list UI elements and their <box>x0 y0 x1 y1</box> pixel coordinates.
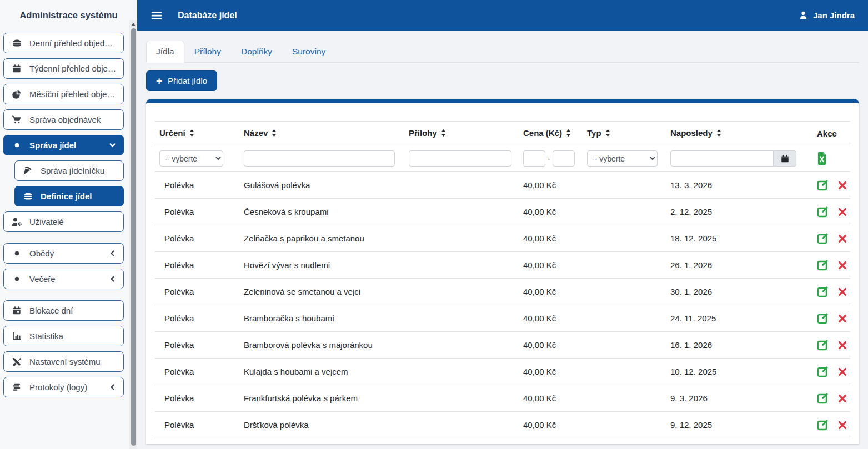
sidebar-item-label: Blokace dní <box>29 306 73 315</box>
edit-icon[interactable] <box>817 392 829 404</box>
sidebar-item-blokace-dni[interactable]: Blokace dní <box>3 300 124 321</box>
table-body: PolévkaGulášová polévka40,00 Kč13. 3. 20… <box>155 172 850 445</box>
tab-suroviny[interactable]: Suroviny <box>282 41 335 63</box>
cell-cena: 40,00 Kč <box>519 385 583 412</box>
table-card: UrčeníNázevPřílohyCena (Kč)TypNaposledyA… <box>146 99 859 444</box>
delete-icon[interactable] <box>838 367 847 376</box>
edit-icon[interactable] <box>817 259 829 271</box>
tab-jidla[interactable]: Jídla <box>146 41 184 63</box>
cell-akce <box>812 359 850 385</box>
delete-icon[interactable] <box>838 261 847 270</box>
cell-nazev: Dršťková polévka <box>239 412 404 438</box>
column-header-naposledy[interactable]: Naposledy <box>666 122 812 145</box>
cell-typ <box>583 279 666 305</box>
cell-urceni: Polévka <box>155 359 239 385</box>
sort-icon <box>716 129 721 138</box>
edit-icon[interactable] <box>817 419 829 431</box>
cell-naposledy: 28. 1. 2026 <box>666 438 812 445</box>
sidebar-item-label: Denní přehled objednávek <box>29 38 116 48</box>
filter-prilohy-input[interactable] <box>409 150 511 167</box>
column-header-urceni[interactable]: Určení <box>155 122 239 145</box>
sort-icon <box>189 129 194 138</box>
sidebar-item-sprava-jidelnicku[interactable]: Správa jídelníčku <box>14 160 124 181</box>
sidebar-item-sprava-jidel[interactable]: Správa jídel <box>3 135 124 155</box>
filter-typ-select[interactable]: -- vyberte <box>587 150 658 167</box>
sidebar-group: ObědyVečeře <box>3 243 124 289</box>
sidebar-item-vecere[interactable]: Večeře <box>3 269 124 289</box>
sidebar-item-uzivatele[interactable]: Uživatelé <box>3 211 124 232</box>
cell-akce <box>812 172 850 199</box>
sort-icon <box>566 129 571 138</box>
edit-icon[interactable] <box>817 366 829 377</box>
column-label: Určení <box>159 128 185 138</box>
delete-icon[interactable] <box>838 234 847 243</box>
datepicker-button[interactable] <box>774 150 796 167</box>
sidebar-item-label: Obědy <box>29 249 54 258</box>
filter-nazev-input[interactable] <box>244 150 395 167</box>
excel-export-icon[interactable] <box>817 152 846 165</box>
menu-icon[interactable] <box>150 9 163 22</box>
delete-icon[interactable] <box>838 314 847 323</box>
row-actions <box>817 392 846 404</box>
cell-akce <box>812 279 850 305</box>
sidebar-item-label: Nastavení systému <box>29 357 101 366</box>
sidebar-item-denni-prehled-objednavek[interactable]: Denní přehled objednávek <box>3 33 124 53</box>
filter-cena-min-input[interactable] <box>523 150 545 167</box>
sidebar-item-sprava-objednavek[interactable]: Správa objednávek <box>3 109 124 130</box>
table-row: PolévkaZelňačka s paprikou a smetanou40,… <box>155 225 850 252</box>
cart-icon <box>11 115 22 124</box>
add-food-button[interactable]: + Přidat jídlo <box>146 70 217 91</box>
cell-nazev: Zelňačka s paprikou a smetanou <box>239 225 404 252</box>
filter-urceni-select[interactable]: -- vyberte <box>159 150 223 167</box>
cell-naposledy: 16. 1. 2026 <box>666 332 812 359</box>
row-actions <box>817 286 846 297</box>
scrollbar-thumb[interactable] <box>131 28 136 446</box>
column-header-cena-kc[interactable]: Cena (Kč) <box>519 122 583 145</box>
edit-icon[interactable] <box>817 339 829 351</box>
column-header-typ[interactable]: Typ <box>583 122 666 145</box>
delete-icon[interactable] <box>838 287 847 296</box>
table-row: PolévkaGulášová polévka40,00 Kč13. 3. 20… <box>155 172 850 199</box>
delete-icon[interactable] <box>838 421 847 430</box>
edit-icon[interactable] <box>817 312 829 324</box>
edit-icon[interactable] <box>817 206 829 218</box>
user-menu[interactable]: Jan Jindra <box>799 11 855 20</box>
table-row: PolévkaČočková polévka na kyselo40,00 Kč… <box>155 438 850 445</box>
burger-icon <box>22 191 33 201</box>
sidebar-item-definice-jidel[interactable]: Definice jídel <box>14 186 124 206</box>
user-icon <box>799 11 808 20</box>
filter-cena-max-input[interactable] <box>553 150 575 167</box>
edit-icon[interactable] <box>817 179 829 191</box>
delete-icon[interactable] <box>838 394 847 403</box>
cell-nazev: Gulášová polévka <box>239 172 404 199</box>
sidebar-item-tydenni-prehled-objednavek[interactable]: Týdenní přehled objednávek <box>3 58 124 79</box>
sidebar-item-protokoly-logy[interactable]: Protokoly (logy) <box>3 377 124 397</box>
edit-icon[interactable] <box>817 233 829 244</box>
sidebar-group: Denní přehled objednávekTýdenní přehled … <box>3 33 124 232</box>
table-row: PolévkaZeleninová se smetanou a vejci40,… <box>155 279 850 305</box>
tab-prilohy[interactable]: Přílohy <box>184 41 231 63</box>
column-header-nazev[interactable]: Název <box>239 122 404 145</box>
filter-naposledy-input[interactable] <box>670 150 774 167</box>
delete-icon[interactable] <box>838 341 847 350</box>
delete-icon[interactable] <box>838 208 847 216</box>
delete-icon[interactable] <box>838 181 847 190</box>
cell-naposledy: 26. 1. 2026 <box>666 252 812 279</box>
row-actions <box>817 366 846 377</box>
sort-icon <box>605 129 610 138</box>
cell-cena: 40,00 Kč <box>519 225 583 252</box>
tab-doplnky[interactable]: Doplňky <box>231 41 282 63</box>
cell-cena: 40,00 Kč <box>519 172 583 199</box>
cell-urceni: Polévka <box>155 305 239 332</box>
column-label: Naposledy <box>670 128 713 138</box>
scroll-up-arrow-icon[interactable] <box>131 23 136 26</box>
column-header-prilohy[interactable]: Přílohy <box>404 122 519 145</box>
sidebar-item-statistika[interactable]: Statistika <box>3 326 124 346</box>
sidebar-item-obedy[interactable]: Obědy <box>3 243 124 264</box>
circle-icon <box>11 142 22 149</box>
sidebar-item-nastaveni-systemu[interactable]: Nastavení systému <box>3 351 124 372</box>
edit-icon[interactable] <box>817 286 829 297</box>
cell-prilohy <box>404 412 519 438</box>
sidebar-scrollbar[interactable] <box>129 20 137 449</box>
sidebar-item-mesicni-prehled-objednavek[interactable]: Měsíční přehled objednávek <box>3 84 124 104</box>
